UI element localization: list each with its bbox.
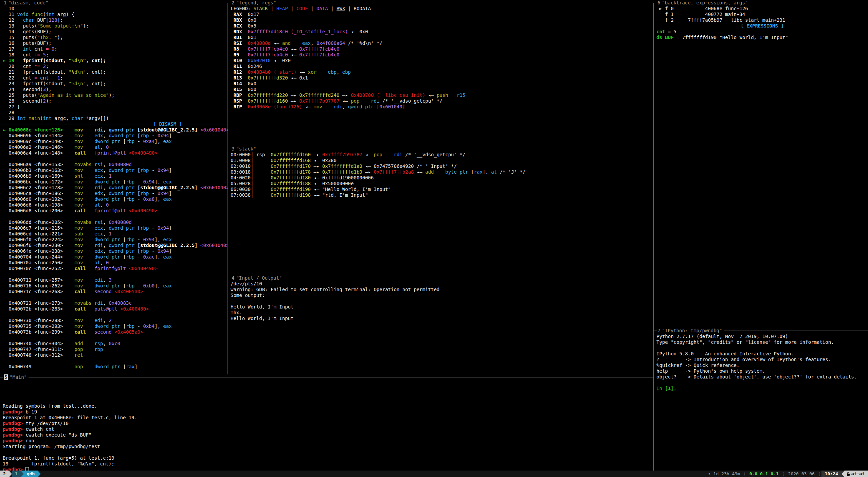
terminal-line: R11 0x246 xyxy=(231,64,653,69)
terminal-line: 0x40070a <func+250> mov al, 0 xyxy=(0,260,228,266)
terminal-line: 0x400704 <func+244> mov dword ptr [rbp -… xyxy=(0,254,228,260)
gdb-console-content[interactable]: Reading symbols from test...done.pwndbg>… xyxy=(0,380,653,473)
uptime-label: ↑ 1d 23h 49m xyxy=(705,471,743,477)
terminal-line: 22 cnt = cnt - 1; xyxy=(0,75,228,81)
terminal-line: R13 0x7fffffffd320 ◂— 0x1 xyxy=(231,75,653,81)
terminal-line: 0x4006c2 <func+178> mov rdi, qword ptr [… xyxy=(0,185,228,191)
pane-title-main: 5"Main" xyxy=(0,374,653,380)
terminal-line: 15 puts("Thx. "); xyxy=(0,35,228,40)
session-badge[interactable]: 2 xyxy=(0,471,9,477)
terminal-line: pwndbg> tty /dev/pts/10 xyxy=(3,421,653,426)
terminal-line: ► 0x40068e <func+126> mov rdi, qword ptr… xyxy=(0,127,228,133)
load-average: 0.0 0.1 0.1 xyxy=(747,471,781,477)
hostname-badge: at-at xyxy=(845,471,868,477)
disasm-code-content: 10 11 void func(int arg) { 12 char BUF[1… xyxy=(0,6,228,370)
pane-ipython[interactable]: 7"IPython: tmp/pwndbg" Python 2.7.17 (de… xyxy=(654,328,868,471)
pane-stack[interactable]: 3"stack" 00:0000│ rsp 0x7fffffffd160 —▸ … xyxy=(228,146,653,275)
terminal-line: RBX 0x0 xyxy=(231,17,653,23)
terminal-line: f 2 7ffff7a05b97 __libc_start_main+231 xyxy=(656,17,868,23)
terminal-line: Python 2.7.17 (default, Nov 7 2019, 10:0… xyxy=(656,334,868,339)
terminal-line: 13 puts("Some output:\n"); xyxy=(0,23,228,29)
terminal-line: RBP 0x7fffffffd220 —▸ 0x7fffffffd240 —▸ … xyxy=(231,92,653,98)
terminal-line: 0x4006e7 <func+215> mov ecx, dword ptr [… xyxy=(0,225,228,231)
pane-border-line xyxy=(50,3,228,3)
pane-border-line xyxy=(258,149,653,149)
pane-main-gdb[interactable]: 5"Main" Reading symbols from test...done… xyxy=(0,374,653,473)
terminal-line: 0x4006d0 <func+192> mov dword ptr [rbp -… xyxy=(0,196,228,202)
terminal-line: R8 0x7ffff7fcb4c0 ◂— 0x7ffff7fcb4c0 xyxy=(231,46,653,52)
terminal-line: 0x4006d6 <func+198> mov al, 0 xyxy=(0,202,228,208)
pane-title-text: "Main" xyxy=(10,374,27,380)
terminal-line: 0x400748 <func+312> ret xyxy=(0,352,228,358)
terminal-line xyxy=(3,392,653,398)
terminal-line: 0x4006b3 <func+163> mov ecx, dword ptr [… xyxy=(0,167,228,173)
terminal-line xyxy=(231,298,653,304)
terminal-line: RIP 0x40068e (func+126) ◂— mov rdi, qwor… xyxy=(231,104,653,110)
program-io-content: /dev/pts/10warning: GDB: Failed to set c… xyxy=(228,281,653,321)
pane-title-disasm-code: 1"disasm, code" xyxy=(0,0,228,6)
date-label: 2020-03-06 xyxy=(785,471,817,477)
terminal-line xyxy=(0,214,228,219)
terminal-line: ? -> Introduction and overview of IPytho… xyxy=(656,357,868,363)
terminal-line: 0x4006ca <func+186> mov edx, dword ptr [… xyxy=(0,191,228,196)
stack-content: 00:0000│ rsp 0x7fffffffd160 —▸ 0x7ffff7b… xyxy=(228,152,653,198)
pane-title-stack: 3"stack" xyxy=(228,146,653,152)
terminal-line: R15 0x0 xyxy=(231,87,653,92)
pane-border-line xyxy=(654,331,657,331)
pane-number: 3 xyxy=(232,146,234,152)
terminal-line: 01:0008│ 0x7fffffffd168 ◂— 0x380 xyxy=(231,158,653,163)
tmux-status-bar: 2 1 gdb ↑ 1d 23h 49m ⟨ 0.0 0.1 0.1 ⟨ 202… xyxy=(0,471,868,477)
terminal-line: 03:0018│ 0x7fffffffd178 —▸ 0x7fffffffd1b… xyxy=(231,169,653,175)
powerline-separator-icon: ⟨ xyxy=(743,471,747,477)
terminal-line: pwndbg> cwatch execute "ds BUF" xyxy=(3,432,653,438)
terminal-line xyxy=(3,380,653,386)
terminal-line: 0x4006f6 <func+230> mov rdi, qword ptr [… xyxy=(0,243,228,248)
terminal-line: RSI 0x40080d ◂— and eax, 0x4f000a64 /* '… xyxy=(231,40,653,46)
pane-number: 6 xyxy=(657,0,660,6)
terminal-line xyxy=(0,156,228,162)
terminal-line: ► 19 fprintf(stdout, "%d\n", cnt); xyxy=(0,58,228,64)
terminal-line: Hello World, I'm Input xyxy=(231,304,653,310)
status-right: ↑ 1d 23h 49m ⟨ 0.0 0.1 0.1 ⟨ 2020-03-06 … xyxy=(705,471,868,477)
terminal-line: 26 second(2); xyxy=(0,98,228,104)
terminal-line: Type "copyright", "credits" or "license"… xyxy=(656,339,868,345)
lock-icon xyxy=(847,472,850,476)
terminal-line: 0x4006ed <func+221> sub ecx, 1 xyxy=(0,231,228,237)
window-index[interactable]: 1 xyxy=(12,471,21,477)
terminal-line: Breakpoint 1, func (arg=5) at test.c:19 xyxy=(3,455,653,461)
ipython-content[interactable]: Python 2.7.17 (default, Nov 7 2019, 10:0… xyxy=(654,334,868,391)
terminal-line: 07:0038│ 0x7fffffffd198 ◂— "rld, I'm Inp… xyxy=(231,192,653,198)
terminal-line: 19 fprintf(stdout, "%d\n", cnt); xyxy=(3,461,653,467)
terminal-line: 0x40071c <func+268> call second <0x4005a… xyxy=(0,289,228,295)
terminal-line: 0x40069c <func+140> mov dword ptr [rbp -… xyxy=(0,139,228,144)
terminal-line: pwndbg> b 19 xyxy=(3,409,653,415)
status-left: 2 1 gdb xyxy=(0,471,41,477)
pane-title-text: "legend, regs" xyxy=(236,0,276,6)
terminal-line xyxy=(3,386,653,392)
pane-title-backtrace: 6"backtrace, expressions, args" xyxy=(654,0,868,6)
terminal-line: R14 0x0 xyxy=(231,81,653,87)
terminal-line: pwndbg> cwatch cnt xyxy=(3,426,653,432)
terminal-line: 00:0000│ rsp 0x7fffffffd160 —▸ 0x7ffff7b… xyxy=(231,152,653,158)
pane-title-legend-regs: 2"legend, regs" xyxy=(228,0,653,6)
terminal-line: Reading symbols from test...done. xyxy=(3,403,653,409)
pane-legend-regs[interactable]: 2"legend, regs" LEGEND: STACK | HEAP | C… xyxy=(228,0,653,146)
clock-label: 10:24 xyxy=(821,471,842,477)
pane-input-output[interactable]: 4"Input / Output" /dev/pts/10warning: GD… xyxy=(228,275,653,374)
terminal-line: 0x4006dd <func+205> movabs rsi, 0x40080d xyxy=(0,219,228,225)
terminal-line: ds BUF = 7fffffffd190 "Hello World, I'm … xyxy=(656,35,868,40)
terminal-line: 29 int main(int argc, char *argv[]) xyxy=(0,116,228,121)
window-name-gdb[interactable]: gdb xyxy=(24,471,38,477)
pane-border-line xyxy=(654,3,657,3)
powerline-separator-icon: ⟨ xyxy=(817,471,821,477)
terminal-line: 0x4006bc <func+172> mov dword ptr [rbp -… xyxy=(0,179,228,185)
terminal-line: 0x400716 <func+262> mov dword ptr [rbp -… xyxy=(0,283,228,289)
pane-title-text: "IPython: tmp/pwndbg" xyxy=(662,328,722,334)
terminal-line: R10 0x602010 ◂— 0x0 xyxy=(231,58,653,64)
terminal-line: 04:0020│ 0x7fffffffd180 ◂— 0xffffd190000… xyxy=(231,175,653,181)
pane-title-input-output: 4"Input / Output" xyxy=(228,275,653,281)
pane-disasm-code[interactable]: 1"disasm, code" 10 11 void func(int arg)… xyxy=(0,0,228,374)
terminal-line: Thx. xyxy=(231,310,653,316)
pane-backtrace[interactable]: 6"backtrace, expressions, args" ► f 0 40… xyxy=(654,0,868,328)
powerline-separator-icon: ⟨ xyxy=(781,471,785,477)
